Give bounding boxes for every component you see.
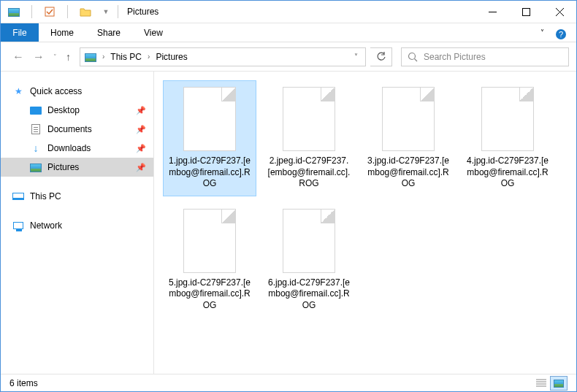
help-icon[interactable]: ? [550, 23, 572, 45]
sidebar-item-label: Desktop [47, 105, 80, 115]
file-icon [183, 87, 236, 151]
ribbon: File Home Share View ˅ ? [1, 23, 576, 42]
search-box[interactable] [401, 47, 569, 66]
tab-file[interactable]: File [1, 23, 39, 42]
sidebar-item-desktop[interactable]: Desktop 📌 [1, 101, 153, 120]
divider [118, 5, 118, 18]
file-icon [481, 87, 534, 151]
tab-view[interactable]: View [132, 23, 175, 42]
sidebar-item-label: Network [30, 220, 62, 231]
folder-icon[interactable] [78, 4, 93, 19]
details-view-button[interactable] [532, 376, 550, 391]
svg-rect-0 [45, 7, 54, 16]
properties-icon[interactable] [42, 4, 57, 19]
file-item[interactable]: 5.jpg.id-C279F237.[embog@firemail.cc].RO… [163, 202, 256, 318]
downloads-icon: ↓ [30, 142, 42, 154]
sidebar-item-this-pc[interactable]: This PC [1, 187, 153, 206]
divider [67, 5, 68, 18]
search-icon [408, 52, 418, 62]
refresh-button[interactable] [370, 47, 392, 66]
sidebar-item-quick-access[interactable]: ★ Quick access [1, 82, 153, 101]
pin-icon: 📌 [136, 163, 146, 172]
sidebar-item-label: Documents [47, 124, 92, 134]
file-name: 5.jpg.id-C279F237.[embog@firemail.cc].RO… [167, 277, 253, 312]
app-icon [7, 4, 21, 19]
nav-arrows: ← → ˅ ↑ [8, 50, 75, 64]
file-item[interactable]: 1.jpg.id-C279F237.[embog@firemail.cc].RO… [163, 80, 256, 196]
pictures-icon [30, 161, 42, 173]
file-name: 2.jpeg.id-C279F237.[embog@firemail.cc].R… [266, 155, 352, 190]
navigation-bar: ← → ˅ ↑ › This PC › Pictures ˅ [1, 42, 576, 72]
breadcrumb[interactable]: This PC [110, 52, 142, 62]
up-button[interactable]: ↑ [66, 51, 71, 63]
address-dropdown-icon[interactable]: ˅ [351, 53, 361, 61]
pictures-icon [85, 51, 96, 63]
window-controls [475, 1, 576, 23]
file-name: 3.jpg.id-C279F237.[embog@firemail.cc].RO… [365, 155, 451, 190]
file-icon [283, 209, 335, 273]
sidebar-item-label: Pictures [47, 162, 79, 172]
file-pane[interactable]: 1.jpg.id-C279F237.[embog@firemail.cc].RO… [154, 72, 576, 374]
window-title: Pictures [127, 7, 158, 17]
sidebar-item-label: This PC [30, 191, 61, 201]
svg-point-7 [409, 53, 416, 59]
sidebar-item-downloads[interactable]: ↓ Downloads 📌 [1, 139, 153, 158]
file-item[interactable]: 4.jpg.id-C279F237.[embog@firemail.cc].RO… [461, 80, 554, 196]
sidebar-item-network[interactable]: Network [1, 216, 153, 235]
file-item[interactable]: 2.jpeg.id-C279F237.[embog@firemail.cc].R… [262, 80, 356, 196]
file-icon [183, 209, 236, 273]
title-bar: ▼ Pictures [1, 1, 576, 23]
back-button[interactable]: ← [12, 50, 24, 64]
content-area: ★ Quick access Desktop 📌 Documents 📌 ↓ D… [1, 72, 576, 374]
item-count: 6 items [9, 378, 38, 388]
chevron-down-icon[interactable]: ▼ [99, 4, 113, 19]
close-button[interactable] [543, 1, 576, 23]
file-name: 4.jpg.id-C279F237.[embog@firemail.cc].RO… [465, 155, 551, 190]
recent-locations-icon[interactable]: ˅ [53, 53, 57, 61]
quick-access-toolbar: ▼ [7, 4, 113, 19]
navigation-pane: ★ Quick access Desktop 📌 Documents 📌 ↓ D… [1, 72, 154, 374]
pin-icon: 📌 [136, 144, 146, 153]
chevron-right-icon[interactable]: › [101, 53, 106, 61]
svg-line-8 [415, 58, 418, 61]
file-name: 1.jpg.id-C279F237.[embog@firemail.cc].RO… [167, 155, 253, 190]
tab-share[interactable]: Share [85, 23, 132, 42]
file-item[interactable]: 6.jpg.id-C279F237.[embog@firemail.cc].RO… [262, 202, 356, 318]
sidebar-item-label: Quick access [30, 86, 82, 96]
svg-text:?: ? [559, 30, 563, 39]
star-icon: ★ [12, 85, 24, 97]
status-bar: 6 items [1, 374, 576, 391]
search-input[interactable] [424, 52, 562, 62]
sidebar-item-label: Downloads [47, 143, 91, 153]
minimize-button[interactable] [475, 1, 509, 23]
file-item[interactable]: 3.jpg.id-C279F237.[embog@firemail.cc].RO… [362, 80, 455, 196]
pin-icon: 📌 [136, 125, 146, 134]
address-bar[interactable]: › This PC › Pictures ˅ [80, 47, 366, 66]
chevron-right-icon[interactable]: › [146, 53, 151, 61]
network-icon [12, 220, 24, 231]
documents-icon [30, 123, 42, 135]
pc-icon [12, 191, 24, 202]
expand-ribbon-icon[interactable]: ˅ [535, 23, 550, 42]
maximize-button[interactable] [509, 1, 543, 23]
pin-icon: 📌 [136, 106, 146, 115]
thumbnails-view-button[interactable] [550, 376, 568, 391]
desktop-icon [30, 104, 42, 116]
sidebar-item-pictures[interactable]: Pictures 📌 [1, 158, 153, 177]
file-icon [382, 87, 435, 151]
divider [31, 5, 32, 18]
forward-button: → [33, 50, 45, 64]
file-icon [283, 87, 335, 151]
breadcrumb[interactable]: Pictures [156, 52, 187, 62]
svg-rect-2 [522, 8, 530, 15]
tab-home[interactable]: Home [39, 23, 85, 42]
file-name: 6.jpg.id-C279F237.[embog@firemail.cc].RO… [266, 277, 352, 312]
sidebar-item-documents[interactable]: Documents 📌 [1, 120, 153, 139]
